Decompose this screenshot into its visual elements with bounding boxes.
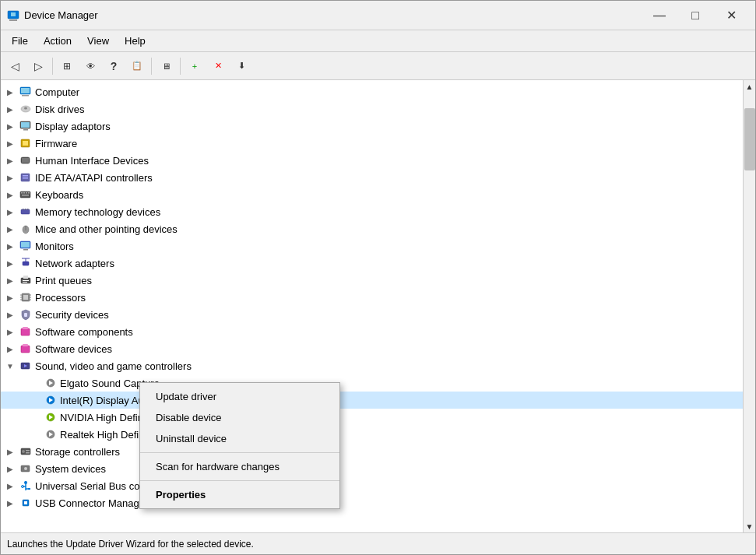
ctx-uninstall-device[interactable]: Uninstall device bbox=[140, 428, 339, 449]
download-button[interactable]: ⬇ bbox=[230, 55, 252, 77]
expand-sound[interactable]: ▼ bbox=[4, 360, 16, 372]
ctx-disable-device[interactable]: Disable device bbox=[140, 407, 339, 428]
firmware-label: Firmware bbox=[35, 138, 77, 149]
scrollbar-thumb[interactable] bbox=[744, 108, 755, 170]
ide-label: IDE ATA/ATAPI controllers bbox=[35, 172, 153, 184]
tree-panel[interactable]: ▶ Computer ▶ Disk drives ▶ Di bbox=[1, 80, 743, 532]
expand-swdev[interactable]: ▶ bbox=[4, 342, 16, 355]
ctx-update-driver[interactable]: Update driver bbox=[140, 386, 339, 407]
menu-action[interactable]: Action bbox=[36, 32, 79, 50]
add-button[interactable]: + bbox=[184, 55, 206, 77]
tree-item-print[interactable]: ▶ Print queues bbox=[1, 272, 743, 289]
expand-hid[interactable]: ▶ bbox=[4, 154, 16, 167]
monitors-label: Monitors bbox=[35, 241, 74, 252]
tree-item-memory[interactable]: ▶ Memory technology devices bbox=[1, 203, 743, 220]
menu-bar: File Action View Help bbox=[1, 30, 755, 52]
tree-item-usbconn[interactable]: ▶ USB Connector Managers bbox=[1, 494, 743, 511]
ctx-properties[interactable]: Properties bbox=[140, 484, 339, 505]
svg-rect-33 bbox=[23, 262, 29, 265]
context-menu: Update driver Disable device Uninstall d… bbox=[139, 382, 340, 509]
svg-rect-41 bbox=[23, 295, 28, 300]
close-button[interactable]: ✕ bbox=[713, 5, 749, 26]
systemdev-icon bbox=[19, 462, 32, 475]
expand-disk[interactable]: ▶ bbox=[4, 103, 16, 115]
tree-item-display[interactable]: ▶ Display adaptors bbox=[1, 118, 743, 135]
tree-item-sound[interactable]: ▼ Sound, video and game controllers bbox=[1, 357, 743, 374]
scrollbar-up-arrow[interactable]: ▲ bbox=[744, 80, 756, 93]
expand-display[interactable]: ▶ bbox=[4, 120, 16, 132]
scan-button[interactable]: 🖥 bbox=[155, 55, 177, 77]
svg-rect-4 bbox=[22, 95, 29, 97]
tree-item-storage[interactable]: ▶ Storage controllers bbox=[1, 443, 743, 460]
ctx-scan-hardware[interactable]: Scan for hardware changes bbox=[140, 456, 339, 477]
swdev-label: Software devices bbox=[35, 343, 112, 355]
svg-rect-1 bbox=[9, 19, 17, 21]
svg-rect-19 bbox=[21, 192, 23, 194]
forward-button[interactable]: ▷ bbox=[27, 55, 49, 77]
expand-usbconn[interactable]: ▶ bbox=[4, 497, 16, 509]
sound-icon bbox=[19, 360, 32, 372]
remove-button[interactable]: ✕ bbox=[207, 55, 229, 77]
ctx-separator-1 bbox=[140, 452, 339, 453]
expand-ide[interactable]: ▶ bbox=[4, 171, 16, 184]
back-button[interactable]: ◁ bbox=[4, 55, 26, 77]
help-toolbar-button[interactable]: ? bbox=[103, 55, 125, 77]
print-label: Print queues bbox=[35, 275, 92, 286]
tree-item-swcomp[interactable]: ▶ Software components bbox=[1, 323, 743, 340]
tree-item-hid[interactable]: ▶ Human Interface Devices bbox=[1, 152, 743, 169]
properties-button[interactable]: 📋 bbox=[126, 55, 148, 77]
tree-item-disk[interactable]: ▶ Disk drives bbox=[1, 100, 743, 118]
up-button[interactable]: ⊞ bbox=[56, 55, 78, 77]
tree-item-intel-display[interactable]: Intel(R) Display Audio bbox=[1, 392, 743, 409]
show-hidden-button[interactable]: 👁 bbox=[79, 55, 101, 77]
hid-icon bbox=[19, 154, 32, 167]
tree-item-network[interactable]: ▶ Network adapters bbox=[1, 255, 743, 272]
swcomp-icon bbox=[19, 325, 32, 338]
print-icon bbox=[19, 274, 32, 286]
expand-storage[interactable]: ▶ bbox=[4, 445, 16, 458]
expand-processors[interactable]: ▶ bbox=[4, 291, 16, 304]
tree-item-monitors[interactable]: ▶ Monitors bbox=[1, 237, 743, 255]
expand-computer[interactable]: ▶ bbox=[4, 86, 16, 98]
expand-usb[interactable]: ▶ bbox=[4, 479, 16, 492]
svg-rect-32 bbox=[23, 249, 28, 251]
tree-item-realtek[interactable]: Realtek High Definition Audio bbox=[1, 426, 743, 443]
svg-rect-37 bbox=[23, 276, 28, 279]
tree-item-usb[interactable]: ▶ Universal Serial Bus controllers bbox=[1, 477, 743, 494]
tree-item-security[interactable]: ▶ Security devices bbox=[1, 306, 743, 323]
tree-item-systemdev[interactable]: ▶ System devices bbox=[1, 460, 743, 477]
menu-help[interactable]: Help bbox=[117, 32, 153, 50]
tree-item-mice[interactable]: ▶ Mice and other pointing devices bbox=[1, 220, 743, 237]
expand-security[interactable]: ▶ bbox=[4, 308, 16, 321]
minimize-button[interactable]: — bbox=[642, 5, 677, 26]
expand-memory[interactable]: ▶ bbox=[4, 205, 16, 218]
tree-item-swdev[interactable]: ▶ Software devices bbox=[1, 340, 743, 357]
toolbar: ◁ ▷ ⊞ 👁 ? 📋 🖥 + ✕ ⬇ bbox=[1, 52, 755, 80]
expand-monitors[interactable]: ▶ bbox=[4, 240, 16, 252]
tree-item-nvidia[interactable]: NVIDIA High Definition Audio (M) bbox=[1, 409, 743, 426]
expand-network[interactable]: ▶ bbox=[4, 257, 16, 269]
menu-view[interactable]: View bbox=[79, 32, 117, 50]
tree-item-processors[interactable]: ▶ Processors bbox=[1, 289, 743, 306]
expand-print[interactable]: ▶ bbox=[4, 274, 16, 286]
svg-point-68 bbox=[24, 467, 27, 470]
security-label: Security devices bbox=[35, 309, 109, 321]
expand-keyboards[interactable]: ▶ bbox=[4, 188, 16, 201]
menu-file[interactable]: File bbox=[4, 32, 36, 50]
scrollbar-down-arrow[interactable]: ▼ bbox=[744, 520, 756, 532]
app-icon bbox=[7, 9, 19, 22]
tree-item-elgato[interactable]: Elgato Sound Capture bbox=[1, 374, 743, 392]
expand-firmware[interactable]: ▶ bbox=[4, 137, 16, 149]
tree-item-keyboards[interactable]: ▶ Keyboards bbox=[1, 186, 743, 203]
maximize-button[interactable]: □ bbox=[677, 5, 713, 26]
tree-item-firmware[interactable]: ▶ Firmware bbox=[1, 135, 743, 152]
svg-rect-16 bbox=[23, 175, 28, 177]
expand-swcomp[interactable]: ▶ bbox=[4, 325, 16, 338]
expand-mice[interactable]: ▶ bbox=[4, 223, 16, 235]
expand-systemdev[interactable]: ▶ bbox=[4, 462, 16, 475]
svg-rect-39 bbox=[23, 282, 27, 283]
tree-item-ide[interactable]: ▶ IDE ATA/ATAPI controllers bbox=[1, 169, 743, 186]
tree-item-computer[interactable]: ▶ Computer bbox=[1, 83, 743, 100]
svg-rect-5 bbox=[21, 88, 30, 93]
computer-icon bbox=[19, 86, 32, 98]
